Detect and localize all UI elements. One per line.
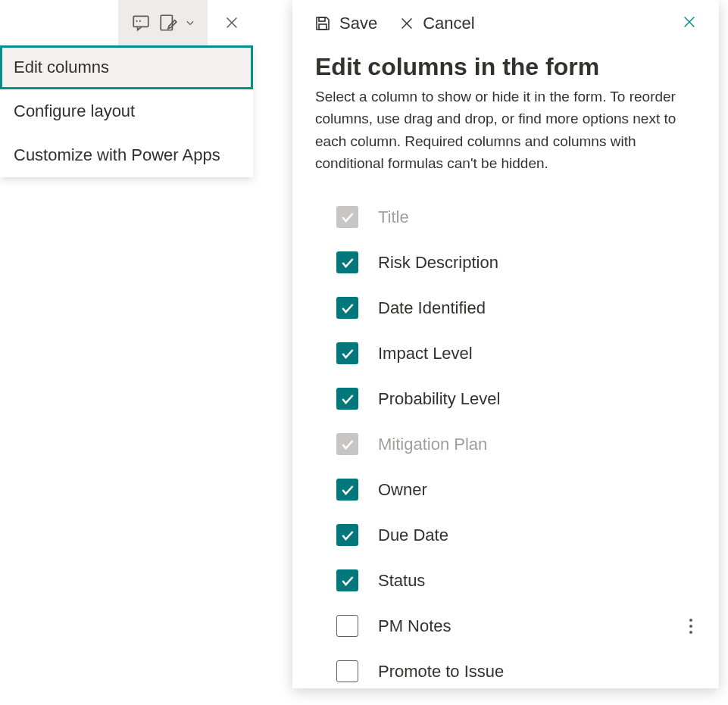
column-item[interactable]: Impact Level: [336, 331, 696, 376]
more-options-button[interactable]: [689, 614, 693, 638]
svg-rect-6: [319, 17, 325, 21]
column-checkbox[interactable]: [336, 297, 358, 319]
svg-rect-0: [133, 16, 148, 27]
save-icon: [314, 14, 332, 33]
column-checkbox[interactable]: [336, 569, 358, 591]
column-checkbox[interactable]: [336, 660, 358, 682]
panel-title: Edit columns in the form: [315, 53, 696, 81]
edit-columns-panel: Save Cancel Edit columns in the form Sel…: [292, 0, 719, 688]
column-label: Status: [378, 571, 425, 591]
column-label: Promote to Issue: [378, 662, 504, 682]
svg-point-12: [689, 619, 692, 622]
column-label: Date Identified: [378, 298, 486, 318]
column-item[interactable]: Probability Level: [336, 376, 696, 422]
comment-icon: [127, 9, 155, 36]
svg-point-14: [689, 631, 692, 634]
column-item[interactable]: Date Identified: [336, 285, 696, 331]
column-checkbox[interactable]: [336, 524, 358, 546]
column-list: TitleRisk DescriptionDate IdentifiedImpa…: [315, 195, 696, 694]
dropdown-toolbar: [0, 0, 253, 45]
menu-item-configure-layout[interactable]: Configure layout: [0, 89, 253, 133]
column-checkbox: [336, 206, 358, 228]
column-label: Impact Level: [378, 344, 473, 363]
column-label: Risk Description: [378, 253, 498, 273]
column-checkbox: [336, 433, 358, 455]
save-label: Save: [339, 14, 377, 33]
column-checkbox[interactable]: [336, 479, 358, 501]
dropdown-menu: Edit columns Configure layout Customize …: [0, 45, 253, 177]
column-label: Probability Level: [378, 389, 500, 409]
cancel-label: Cancel: [423, 14, 474, 33]
close-dropdown-button[interactable]: [215, 9, 248, 36]
cancel-button[interactable]: Cancel: [398, 14, 474, 33]
save-button[interactable]: Save: [314, 14, 377, 33]
menu-item-label: Edit columns: [14, 58, 109, 76]
menu-item-label: Customize with Power Apps: [14, 145, 220, 164]
column-item[interactable]: Promote to Issue: [336, 649, 696, 694]
column-item[interactable]: Title: [336, 195, 696, 240]
panel-body: Edit columns in the form Select a column…: [292, 44, 719, 694]
column-checkbox[interactable]: [336, 342, 358, 364]
column-label: Title: [378, 207, 409, 227]
form-settings-dropdown: Edit columns Configure layout Customize …: [0, 0, 253, 177]
svg-point-13: [689, 625, 692, 628]
column-item[interactable]: Status: [336, 558, 696, 604]
edit-form-split-button[interactable]: [118, 0, 208, 45]
column-item[interactable]: Due Date: [336, 513, 696, 558]
panel-description: Select a column to show or hide it in th…: [315, 86, 696, 175]
column-item[interactable]: Owner: [336, 467, 696, 513]
edit-form-icon: [155, 9, 182, 36]
svg-rect-7: [319, 24, 327, 30]
column-item[interactable]: PM Notes: [336, 604, 696, 649]
menu-item-customize-power-apps[interactable]: Customize with Power Apps: [0, 133, 253, 177]
column-label: Mitigation Plan: [378, 435, 487, 454]
panel-header: Save Cancel: [292, 0, 719, 44]
column-label: Owner: [378, 480, 427, 500]
menu-item-edit-columns[interactable]: Edit columns: [0, 45, 253, 89]
column-checkbox[interactable]: [336, 251, 358, 273]
column-checkbox[interactable]: [336, 615, 358, 637]
menu-item-label: Configure layout: [14, 101, 135, 120]
column-label: Due Date: [378, 526, 448, 545]
close-panel-button[interactable]: [681, 14, 698, 33]
close-icon: [681, 14, 698, 30]
column-label: PM Notes: [378, 616, 451, 636]
column-item[interactable]: Risk Description: [336, 240, 696, 285]
column-checkbox[interactable]: [336, 388, 358, 410]
cancel-icon: [398, 15, 415, 32]
column-item[interactable]: Mitigation Plan: [336, 422, 696, 467]
chevron-down-icon[interactable]: [182, 9, 198, 36]
